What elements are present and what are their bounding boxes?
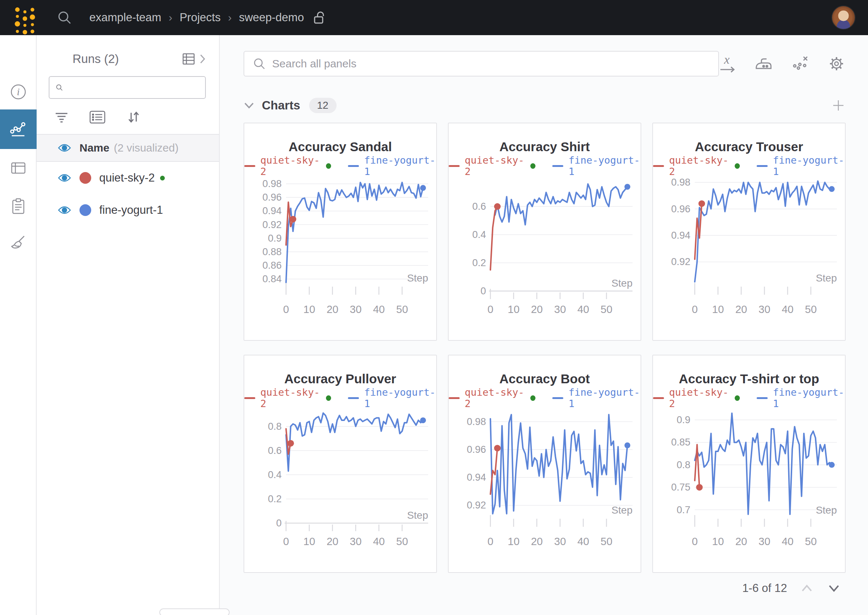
svg-text:0.92: 0.92: [467, 500, 486, 510]
chart-plot: 00.20.40.60.801020304050Step: [245, 407, 435, 564]
smoothing-iron-icon[interactable]: [754, 55, 773, 72]
legend-run-name[interactable]: fine-yogurt-1: [568, 387, 641, 409]
visibility-eye-icon[interactable]: [58, 173, 71, 183]
svg-text:10: 10: [303, 303, 315, 315]
page-up-button[interactable]: [799, 584, 814, 593]
nav-overview-button[interactable]: i: [0, 73, 37, 110]
visibility-eye-icon[interactable]: [58, 205, 71, 215]
legend-line-swatch: [449, 165, 460, 167]
breadcrumb-projects-link[interactable]: Projects: [180, 11, 221, 24]
visibility-eye-icon[interactable]: [58, 143, 71, 153]
legend-run-name[interactable]: fine-yogurt-1: [364, 387, 436, 409]
legend-item: quiet-sky-2: [449, 155, 535, 177]
info-icon: i: [9, 83, 27, 101]
charts-pagination: 1-6 of 12: [244, 582, 846, 595]
legend-run-name[interactable]: quiet-sky-2: [465, 155, 525, 177]
clipboard-icon: [9, 197, 27, 215]
legend-line-swatch: [552, 397, 563, 399]
svg-text:x: x: [724, 54, 730, 66]
settings-gear-icon[interactable]: [827, 55, 846, 73]
svg-text:Step: Step: [407, 510, 428, 521]
panel-search-box[interactable]: [244, 51, 719, 76]
breadcrumb-team-link[interactable]: example-team: [89, 11, 161, 24]
svg-text:20: 20: [531, 535, 543, 547]
chart-legend: quiet-sky-2fine-yogurt-1: [653, 391, 845, 404]
chart-panel[interactable]: Accuracy Sandal quiet-sky-2fine-yogurt-1…: [244, 123, 437, 341]
run-name[interactable]: fine-yogurt-1: [99, 203, 163, 217]
expand-runs-table-button[interactable]: [182, 52, 206, 66]
svg-text:0.96: 0.96: [467, 444, 486, 455]
charts-grid: Accuracy Sandal quiet-sky-2fine-yogurt-1…: [244, 123, 846, 573]
legend-item: quiet-sky-2: [449, 387, 535, 409]
add-panel-button[interactable]: [831, 98, 846, 113]
nav-logs-button[interactable]: [0, 188, 37, 225]
nav-sweeps-button[interactable]: [0, 225, 37, 261]
legend-run-name[interactable]: quiet-sky-2: [260, 155, 321, 177]
legend-item: quiet-sky-2: [244, 155, 331, 177]
nav-table-button[interactable]: [0, 150, 37, 186]
chart-title: Accuracy Pullover: [244, 371, 436, 386]
legend-run-name[interactable]: fine-yogurt-1: [773, 387, 845, 409]
global-search-icon[interactable]: [56, 9, 72, 26]
run-row[interactable]: fine-yogurt-1: [37, 194, 219, 226]
chart-panel[interactable]: Accuracy Boot quiet-sky-2fine-yogurt-1 0…: [448, 355, 641, 573]
broom-icon: [9, 234, 27, 251]
breadcrumb-project-link[interactable]: sweep-demo: [239, 11, 303, 24]
svg-text:0.9: 0.9: [676, 414, 690, 425]
x-axis-settings-icon[interactable]: x: [719, 54, 736, 73]
chart-legend: quiet-sky-2fine-yogurt-1: [244, 391, 436, 404]
legend-run-name[interactable]: fine-yogurt-1: [568, 155, 641, 177]
run-status-dot: [530, 163, 535, 169]
left-nav-rail: i: [0, 35, 37, 615]
run-color-dot: [80, 172, 91, 184]
wandb-logo-icon[interactable]: [13, 6, 38, 34]
chart-title: Accuracy Sandal: [244, 139, 436, 154]
run-row[interactable]: quiet-sky-2: [37, 162, 219, 194]
legend-run-name[interactable]: quiet-sky-2: [260, 387, 321, 409]
svg-text:20: 20: [735, 535, 747, 547]
page-down-button[interactable]: [827, 584, 841, 593]
legend-run-name[interactable]: fine-yogurt-1: [773, 155, 845, 177]
svg-text:10: 10: [712, 535, 724, 547]
runs-search-input[interactable]: [67, 82, 199, 93]
legend-run-name[interactable]: quiet-sky-2: [669, 155, 730, 177]
chart-legend: quiet-sky-2fine-yogurt-1: [653, 159, 845, 172]
svg-text:0.9: 0.9: [268, 233, 282, 244]
runs-list: quiet-sky-2 fine-yogurt-1: [37, 162, 219, 226]
user-avatar[interactable]: [831, 5, 855, 30]
sort-icon[interactable]: [126, 110, 141, 125]
chart-panel[interactable]: Accuracy T-shirt or top quiet-sky-2fine-…: [652, 355, 846, 573]
chart-panel[interactable]: Accuracy Pullover quiet-sky-2fine-yogurt…: [244, 355, 437, 573]
legend-run-name[interactable]: quiet-sky-2: [669, 387, 730, 409]
svg-text:0.94: 0.94: [671, 230, 690, 241]
charts-section-title[interactable]: Charts: [262, 98, 300, 112]
group-list-icon[interactable]: [89, 111, 105, 124]
legend-run-name[interactable]: fine-yogurt-1: [364, 155, 436, 177]
run-name[interactable]: quiet-sky-2: [99, 171, 155, 184]
legend-line-swatch: [757, 165, 768, 167]
outliers-scatter-icon[interactable]: [791, 55, 809, 72]
runs-panel-footer-pill: [159, 609, 230, 615]
filter-icon[interactable]: [54, 111, 69, 124]
svg-text:0.4: 0.4: [472, 229, 486, 240]
charts-count-badge: 12: [309, 98, 336, 113]
panel-search-input[interactable]: [272, 58, 710, 70]
legend-item: fine-yogurt-1: [348, 155, 436, 177]
legend-item: fine-yogurt-1: [757, 155, 845, 177]
svg-text:20: 20: [735, 303, 747, 315]
svg-text:Step: Step: [816, 272, 837, 284]
svg-text:20: 20: [327, 303, 338, 315]
runs-search-box[interactable]: [49, 76, 206, 99]
legend-run-name[interactable]: quiet-sky-2: [465, 387, 525, 409]
svg-text:Step: Step: [611, 504, 632, 516]
chart-legend: quiet-sky-2fine-yogurt-1: [244, 159, 436, 172]
section-collapse-chevron-icon[interactable]: [244, 102, 255, 109]
svg-text:0.2: 0.2: [268, 493, 282, 504]
svg-text:0: 0: [692, 535, 698, 547]
svg-text:0: 0: [283, 535, 289, 547]
pagination-label: 1-6 of 12: [742, 582, 787, 595]
nav-charts-button[interactable]: [0, 109, 37, 149]
chart-panel[interactable]: Accuracy Trouser quiet-sky-2fine-yogurt-…: [652, 123, 846, 341]
legend-line-swatch: [348, 165, 359, 167]
chart-panel[interactable]: Accuracy Shirt quiet-sky-2fine-yogurt-1 …: [448, 123, 641, 341]
